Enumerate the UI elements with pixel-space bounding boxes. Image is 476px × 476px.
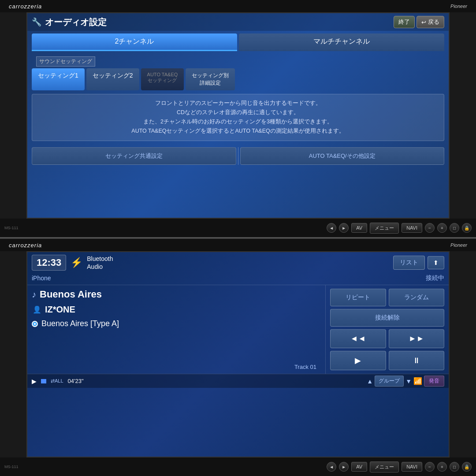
random-button[interactable]: ランダム bbox=[389, 289, 445, 306]
bluetooth-icon: ⚡ bbox=[71, 257, 82, 268]
header-buttons: 終了 ↩ 戻る bbox=[394, 16, 444, 28]
bottom-brand-carrozzeria: carrozzeria bbox=[9, 242, 42, 249]
track-number: Track 01 bbox=[32, 364, 321, 370]
top-hw-buttons: MS-111 ◄ ► AV メニュー NAVI − + □ 🔒 bbox=[0, 219, 476, 237]
search-button[interactable]: 発音 bbox=[424, 376, 444, 387]
left-panel: ♪ Buenos Aires 👤 IZ*ONE Buenos Aires [Ty… bbox=[27, 285, 325, 374]
setting-tabs: セッティング1 セッティング2 AUTO TA&EQセッティング セッティング別… bbox=[27, 68, 449, 90]
album-title: Buenos Aires [Type A] bbox=[41, 319, 119, 328]
hw-prev[interactable]: ◄ bbox=[327, 223, 336, 233]
main-tabs: 2チャンネル マルチチャンネル bbox=[27, 31, 449, 51]
repeat-all-label: ⇄ALL bbox=[51, 378, 63, 384]
bottom-brand-bar: carrozzeria Pioneer bbox=[0, 239, 476, 251]
repeat-button[interactable]: リピート bbox=[330, 289, 386, 306]
bottom-model: MS-111 bbox=[4, 465, 19, 469]
group-button[interactable]: グループ bbox=[375, 376, 404, 387]
hw2-square[interactable]: □ bbox=[450, 462, 459, 472]
hw2-menu[interactable]: メニュー bbox=[370, 461, 399, 472]
play-indicator-icon: ▶ bbox=[32, 378, 37, 385]
time-display: 12:33 bbox=[32, 255, 66, 271]
forward-button[interactable]: ►► bbox=[389, 329, 445, 348]
setting-tab-auto[interactable]: AUTO TA&EQセッティング bbox=[141, 68, 184, 90]
hw-next[interactable]: ► bbox=[339, 223, 349, 233]
right-panel: リピート ランダム 接続解除 ◄◄ ►► ▶ ⏸ bbox=[325, 285, 449, 374]
hw-navi[interactable]: NAVI bbox=[402, 223, 422, 233]
group-down-icon[interactable]: ▼ bbox=[405, 378, 412, 385]
title-area: 🔧 オーディオ設定 bbox=[32, 16, 107, 28]
hw-minus[interactable]: − bbox=[425, 223, 435, 233]
track-title-row: ♪ Buenos Aires bbox=[32, 289, 321, 300]
auto-ta-eq-button[interactable]: AUTO TA&EQ/その他設定 bbox=[240, 147, 445, 165]
section-label: サウンドセッティング bbox=[36, 56, 95, 67]
rewind-button[interactable]: ◄◄ bbox=[330, 329, 386, 348]
top-brand-bar: carrozzeria Pioneer bbox=[0, 0, 476, 12]
music-note-icon: ♪ bbox=[32, 290, 36, 300]
album-row: Buenos Aires [Type A] bbox=[32, 319, 321, 328]
connection-row: iPhone 接続中 bbox=[27, 273, 449, 285]
hw-square[interactable]: □ bbox=[450, 223, 459, 233]
play-bar: ▶ ⇄ALL 04'23" ▲ グループ ▼ 📶 発音 bbox=[27, 374, 449, 388]
main-content: ♪ Buenos Aires 👤 IZ*ONE Buenos Aires [Ty… bbox=[27, 285, 449, 374]
up-button[interactable]: ⬆ bbox=[428, 256, 444, 269]
tab-multichannel[interactable]: マルチチャンネル bbox=[239, 33, 444, 51]
setting-tab-2[interactable]: セッティング2 bbox=[86, 68, 139, 90]
bottom-nav: セッティング共通設定 AUTO TA&EQ/その他設定 bbox=[27, 145, 449, 167]
top-brand-pioneer: Pioneer bbox=[450, 4, 467, 9]
group-controls: ▲ グループ ▼ 📶 発音 bbox=[367, 376, 444, 387]
hw2-navi[interactable]: NAVI bbox=[402, 462, 422, 472]
artist-row: 👤 IZ*ONE bbox=[32, 305, 321, 315]
bottom-brand-pioneer: Pioneer bbox=[450, 242, 467, 248]
time-code: 04'23" bbox=[68, 378, 84, 384]
bottom-unit: carrozzeria Pioneer 12:33 ⚡ BluetoothAud… bbox=[0, 238, 476, 476]
disconnect-row: 接続解除 bbox=[330, 309, 444, 327]
hw2-lock[interactable]: 🔒 bbox=[462, 462, 472, 472]
hw-menu[interactable]: メニュー bbox=[370, 223, 399, 234]
bt-right-controls: リスト ⬆ bbox=[393, 256, 444, 270]
setting-tab-1[interactable]: セッティング1 bbox=[32, 68, 85, 90]
description-box: フロントとリアのスピーカーから同じ音を出力するモードです。 CDなどのステレオ音… bbox=[32, 94, 444, 141]
track-title: Buenos Aires bbox=[40, 289, 102, 300]
back-button[interactable]: ↩ 戻る bbox=[416, 16, 444, 28]
device-name: iPhone bbox=[32, 275, 51, 282]
bottom-screen: 12:33 ⚡ BluetoothAudio リスト ⬆ iPhone 接続中 … bbox=[26, 251, 450, 457]
connection-status: 接続中 bbox=[426, 274, 444, 282]
play-pause-row: ▶ ⏸ bbox=[330, 351, 444, 370]
tab-2channel[interactable]: 2チャンネル bbox=[32, 33, 237, 51]
hw2-prev[interactable]: ◄ bbox=[327, 462, 336, 472]
artist-name: IZ*ONE bbox=[45, 305, 75, 315]
top-model: MS-111 bbox=[4, 226, 19, 230]
top-screen-header: 🔧 オーディオ設定 終了 ↩ 戻る bbox=[27, 13, 449, 31]
pause-button[interactable]: ⏸ bbox=[389, 351, 445, 370]
common-settings-button[interactable]: セッティング共通設定 bbox=[32, 147, 236, 165]
track-indicator bbox=[41, 379, 46, 383]
artist-icon: 👤 bbox=[33, 305, 41, 314]
wrench-icon: 🔧 bbox=[32, 17, 41, 27]
bottom-hw-buttons: MS-111 ◄ ► AV メニュー NAVI − + □ 🔒 bbox=[0, 457, 476, 476]
description-text: フロントとリアのスピーカーから同じ音を出力するモードです。 CDなどのステレオ音… bbox=[131, 100, 344, 134]
repeat-random-row: リピート ランダム bbox=[330, 289, 444, 306]
hw2-minus[interactable]: − bbox=[425, 462, 435, 472]
disconnect-button[interactable]: 接続解除 bbox=[330, 309, 444, 327]
rewind-forward-row: ◄◄ ►► bbox=[330, 329, 444, 348]
bt-header: 12:33 ⚡ BluetoothAudio リスト ⬆ bbox=[27, 252, 449, 273]
screen-title: オーディオ設定 bbox=[45, 16, 107, 28]
play-button[interactable]: ▶ bbox=[330, 351, 386, 370]
top-screen: 🔧 オーディオ設定 終了 ↩ 戻る 2チャンネル マルチチャンネル サウンドセッ… bbox=[26, 12, 450, 219]
end-button[interactable]: 終了 bbox=[394, 16, 415, 28]
list-button[interactable]: リスト bbox=[393, 256, 425, 270]
top-unit: carrozzeria Pioneer 🔧 オーディオ設定 終了 ↩ 戻る 2チ… bbox=[0, 0, 476, 238]
hw2-plus[interactable]: + bbox=[437, 462, 447, 472]
bt-source-label: BluetoothAudio bbox=[87, 255, 113, 271]
group-up-icon[interactable]: ▲ bbox=[367, 378, 373, 385]
hw-plus[interactable]: + bbox=[437, 223, 447, 233]
signal-icon: 📶 bbox=[413, 377, 422, 385]
hw2-av[interactable]: AV bbox=[351, 462, 367, 472]
hw-lock[interactable]: 🔒 bbox=[462, 223, 472, 233]
hw2-next[interactable]: ► bbox=[339, 462, 349, 472]
hw-av[interactable]: AV bbox=[351, 223, 367, 233]
disc-icon bbox=[32, 321, 38, 327]
top-brand-carrozzeria: carrozzeria bbox=[9, 3, 42, 10]
setting-tab-detail[interactable]: セッティング別詳細設定 bbox=[186, 68, 235, 90]
